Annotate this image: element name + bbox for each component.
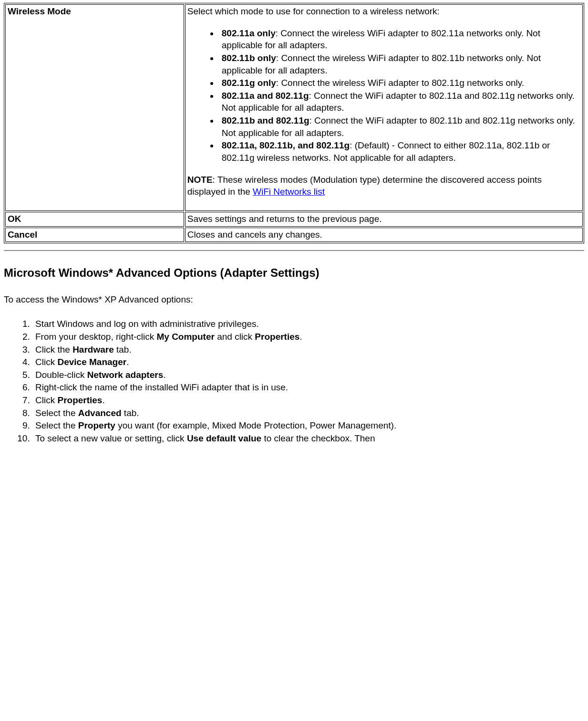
step-9: Select the Property you want (for exampl… [32, 419, 584, 432]
ok-label: OK [5, 212, 184, 227]
mode-80211ag: 802.11a and 802.11g: Connect the WiFi ad… [219, 90, 580, 114]
settings-table: Wireless Mode Select which mode to use f… [4, 3, 584, 243]
mode-80211abg: 802.11a, 802.11b, and 802.11g: (Default)… [219, 139, 580, 164]
step-3: Click the Hardware tab. [32, 344, 584, 356]
step-1: Start Windows and log on with administra… [32, 318, 584, 330]
row-ok: OK Saves settings and returns to the pre… [5, 212, 583, 227]
step-8: Select the Advanced tab. [32, 407, 584, 419]
row-cancel: Cancel Closes and cancels any changes. [5, 228, 583, 242]
step-6: Right-click the name of the installed Wi… [32, 381, 584, 394]
wireless-intro: Select which mode to use for connection … [187, 6, 440, 16]
steps-list: Start Windows and log on with administra… [16, 318, 584, 444]
ok-desc: Saves settings and returns to the previo… [185, 212, 583, 227]
section-divider [4, 250, 584, 251]
cancel-desc: Closes and cancels any changes. [185, 228, 583, 242]
cancel-label: Cancel [5, 228, 184, 242]
step-7: Click Properties. [32, 394, 584, 407]
section-heading: Microsoft Windows* Advanced Options (Ada… [4, 265, 584, 281]
mode-80211g: 802.11g only: Connect the wireless WiFi … [219, 77, 580, 89]
wireless-note: NOTE: These wireless modes (Modulation t… [187, 174, 580, 198]
step-4: Click Device Manager. [32, 356, 584, 368]
wireless-modes-list: 802.11a only: Connect the wireless WiFi … [196, 27, 580, 164]
wifi-networks-list-link[interactable]: WiFi Networks list [253, 187, 325, 197]
step-5: Double-click Network adapters. [32, 369, 584, 381]
section-intro: To access the Windows* XP Advanced optio… [4, 293, 584, 306]
wireless-mode-label: Wireless Mode [5, 4, 184, 211]
wireless-mode-desc: Select which mode to use for connection … [185, 4, 583, 211]
mode-80211b: 802.11b only: Connect the wireless WiFi … [219, 52, 580, 76]
step-10: To select a new value or setting, click … [32, 432, 584, 445]
mode-80211a: 802.11a only: Connect the wireless WiFi … [219, 27, 580, 52]
step-2: From your desktop, right-click My Comput… [32, 331, 584, 343]
row-wireless-mode: Wireless Mode Select which mode to use f… [5, 4, 583, 211]
mode-80211bg: 802.11b and 802.11g: Connect the WiFi ad… [219, 115, 580, 139]
